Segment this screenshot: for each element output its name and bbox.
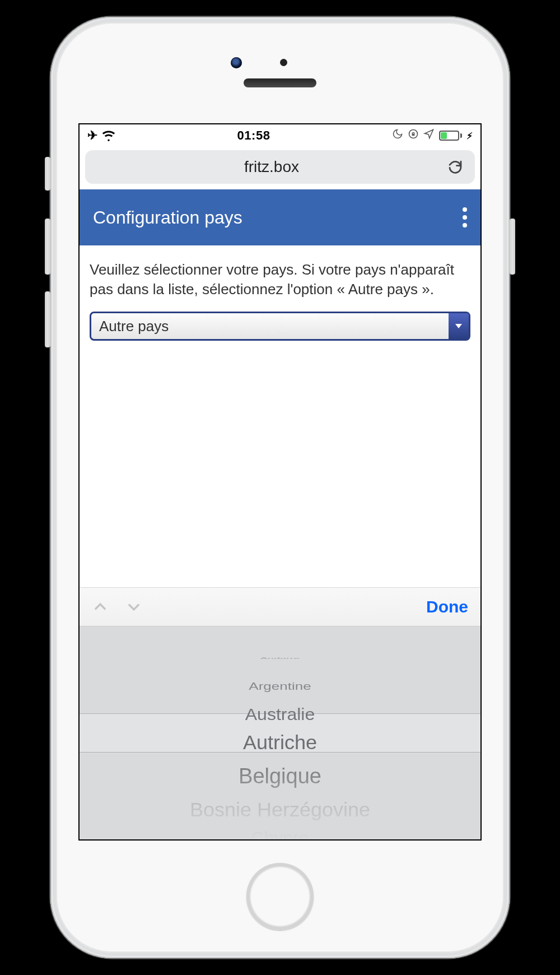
instruction-text: Veuillez sélectionner votre pays. Si vot…: [90, 260, 470, 299]
page-title: Configuration pays: [93, 207, 242, 228]
proximity-sensor: [280, 59, 287, 66]
phone-bezel: ✈︎ 01:58: [56, 22, 504, 953]
picker-item[interactable]: Autriche: [243, 729, 317, 756]
url-bar[interactable]: fritz.box: [85, 150, 475, 184]
picker-item[interactable]: Bosnie Herzégovine: [190, 796, 370, 824]
orientation-lock-icon: [408, 128, 419, 143]
chevron-down-icon: [449, 313, 469, 339]
picker-item-selected[interactable]: Belgique: [239, 756, 321, 796]
url-bar-container: fritz.box: [80, 147, 480, 189]
status-bar: ✈︎ 01:58: [80, 124, 480, 147]
volume-up-button[interactable]: [45, 219, 50, 275]
picker-item[interactable]: Argentine: [249, 676, 311, 697]
earpiece-speaker: [244, 78, 316, 87]
country-select[interactable]: Autre pays: [90, 312, 470, 341]
front-camera: [231, 57, 242, 68]
volume-down-button[interactable]: [45, 291, 50, 347]
wifi-icon: [102, 129, 115, 142]
svg-rect-1: [412, 134, 415, 136]
picker-item[interactable]: Andorre: [260, 656, 300, 661]
do-not-disturb-icon: [392, 128, 403, 143]
more-menu-icon[interactable]: [463, 207, 467, 227]
mute-switch[interactable]: [45, 157, 50, 191]
next-field-icon[interactable]: [125, 599, 142, 615]
screen: ✈︎ 01:58: [78, 123, 482, 841]
picker-item[interactable]: Chypre: [251, 825, 309, 840]
battery-icon: [439, 131, 462, 141]
home-button[interactable]: [246, 863, 314, 930]
phone-frame: ✈︎ 01:58: [50, 17, 510, 958]
status-right: ⚡︎: [392, 128, 473, 143]
charging-icon: ⚡︎: [466, 131, 473, 141]
picker-item[interactable]: Australie: [245, 702, 315, 727]
page-header: Configuration pays: [80, 189, 480, 245]
airplane-mode-icon: ✈︎: [87, 128, 97, 143]
power-button[interactable]: [510, 219, 515, 275]
prev-field-icon[interactable]: [92, 599, 109, 615]
country-select-value: Autre pays: [99, 318, 169, 335]
reload-icon[interactable]: [447, 159, 464, 175]
picker-wheel[interactable]: Andorre Argentine Australie Autriche Bel…: [80, 626, 480, 839]
location-icon: [423, 128, 435, 143]
status-left: ✈︎: [87, 128, 115, 143]
page-content: Veuillez sélectionner votre pays. Si vot…: [80, 245, 480, 587]
url-host: fritz.box: [96, 158, 447, 176]
keyboard-accessory-bar: Done: [80, 587, 480, 626]
status-time: 01:58: [115, 128, 392, 143]
done-button[interactable]: Done: [426, 597, 468, 616]
